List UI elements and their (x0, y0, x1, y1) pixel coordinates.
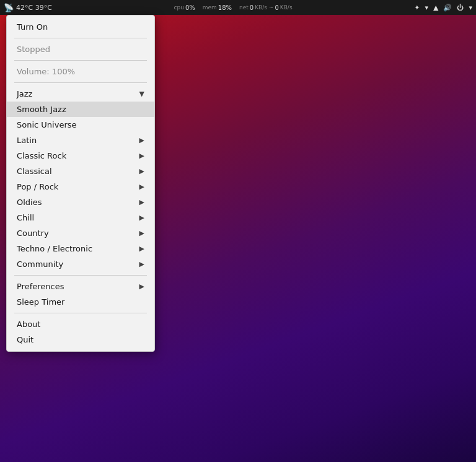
latin-arrow-icon: ▶ (139, 136, 144, 144)
techno-arrow-icon: ▶ (139, 245, 144, 253)
cpu-stat: cpu 0% (174, 4, 195, 11)
jazz-label: Jazz (17, 89, 139, 98)
system-bar: 📡 42°C 39°C cpu 0% mem 18% net 0 KB/s ~ … (0, 0, 476, 15)
community-item[interactable]: Community ▶ (7, 256, 154, 272)
net-label: net (239, 4, 249, 11)
classic-rock-label: Classic Rock (17, 151, 139, 160)
country-item[interactable]: Country ▶ (7, 225, 154, 241)
preferences-label: Preferences (17, 282, 139, 291)
turn-on-label: Turn On (17, 22, 144, 32)
jazz-item[interactable]: Jazz ▼ (7, 86, 154, 102)
pop-rock-item[interactable]: Pop / Rock ▶ (7, 179, 154, 194)
preferences-item[interactable]: Preferences ▶ (7, 279, 154, 294)
smooth-jazz-item[interactable]: Smooth Jazz (7, 102, 154, 117)
cpu-label: cpu (174, 4, 184, 11)
separator-2 (14, 60, 147, 61)
oldies-item[interactable]: Oldies ▶ (7, 194, 154, 210)
classic-rock-arrow-icon: ▶ (139, 152, 144, 160)
quit-item[interactable]: Quit (7, 332, 154, 347)
volume-item: Volume: 100% (7, 64, 154, 79)
sleep-timer-item[interactable]: Sleep Timer (7, 294, 154, 310)
about-label: About (17, 320, 144, 329)
cpu-value: 0% (185, 4, 195, 11)
community-label: Community (17, 259, 139, 269)
chill-label: Chill (17, 213, 139, 222)
country-label: Country (17, 229, 139, 238)
turn-on-item[interactable]: Turn On (7, 19, 154, 35)
stopped-item: Stopped (7, 41, 154, 57)
net-ul-value: 0 (275, 4, 278, 11)
net-stat: net 0 KB/s ~ 0 KB/s (239, 4, 293, 11)
about-item[interactable]: About (7, 316, 154, 332)
power-icon: ⏻ (457, 4, 464, 12)
net-sep: KB/s ~ (255, 4, 273, 11)
separator-5 (14, 313, 147, 313)
system-bar-left: 📡 42°C 39°C (4, 3, 52, 12)
techno-label: Techno / Electronic (17, 244, 139, 253)
community-arrow-icon: ▶ (139, 260, 144, 268)
chill-arrow-icon: ▶ (139, 214, 144, 222)
classic-rock-item[interactable]: Classic Rock ▶ (7, 148, 154, 163)
sonic-universe-label: Sonic Universe (17, 120, 144, 129)
temperature-display: 42°C 39°C (16, 4, 52, 12)
sonic-universe-item[interactable]: Sonic Universe (7, 117, 154, 133)
system-dropdown-icon[interactable]: ▾ (469, 4, 472, 12)
volume-icon: 🔊 (443, 4, 452, 12)
separator-1 (14, 38, 147, 38)
sleep-timer-label: Sleep Timer (17, 297, 144, 307)
net-dl-value: 0 (250, 4, 253, 11)
separator-3 (14, 82, 147, 83)
antenna-icon: 📡 (4, 3, 14, 12)
country-arrow-icon: ▶ (139, 229, 144, 237)
quit-label: Quit (17, 335, 144, 344)
classical-label: Classical (17, 167, 139, 176)
latin-item[interactable]: Latin ▶ (7, 133, 154, 148)
smooth-jazz-label: Smooth Jazz (17, 105, 144, 114)
classical-item[interactable]: Classical ▶ (7, 163, 154, 179)
jazz-arrow-icon: ▼ (139, 90, 144, 98)
volume-label: Volume: 100% (17, 67, 144, 76)
bluetooth-icon: ✦ (414, 4, 420, 12)
techno-item[interactable]: Techno / Electronic ▶ (7, 241, 154, 256)
preferences-arrow-icon: ▶ (139, 282, 144, 290)
dropdown-arrow-icon[interactable]: ▾ (425, 4, 428, 12)
oldies-label: Oldies (17, 198, 139, 207)
system-bar-center: cpu 0% mem 18% net 0 KB/s ~ 0 KB/s (174, 4, 293, 11)
mem-value: 18% (218, 4, 232, 11)
pop-rock-arrow-icon: ▶ (139, 183, 144, 191)
wifi-icon: ▲ (433, 4, 438, 12)
stopped-label: Stopped (17, 45, 144, 54)
mem-label: mem (203, 4, 217, 11)
latin-label: Latin (17, 136, 139, 145)
oldies-arrow-icon: ▶ (139, 198, 144, 206)
system-bar-right: ✦ ▾ ▲ 🔊 ⏻ ▾ (414, 4, 472, 12)
chill-item[interactable]: Chill ▶ (7, 210, 154, 225)
context-menu: Turn On Stopped Volume: 100% Jazz ▼ Smoo… (6, 15, 155, 352)
mem-stat: mem 18% (203, 4, 232, 11)
separator-4 (14, 275, 147, 276)
net-unit: KB/s (280, 4, 293, 11)
pop-rock-label: Pop / Rock (17, 182, 139, 191)
classical-arrow-icon: ▶ (139, 167, 144, 175)
